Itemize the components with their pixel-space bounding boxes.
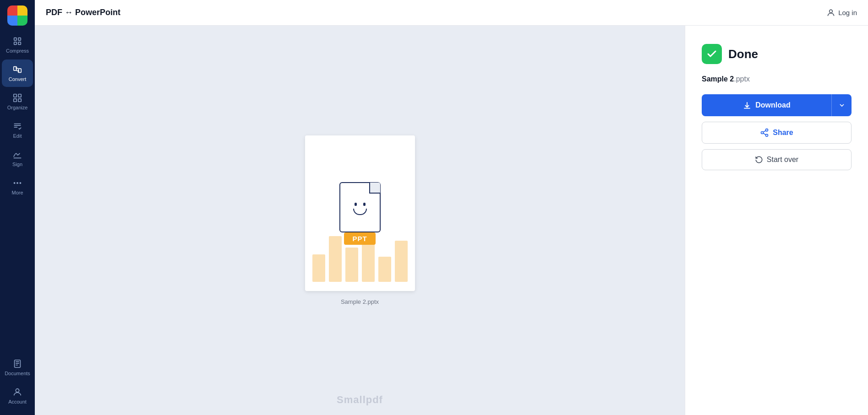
edit-icon <box>12 121 22 131</box>
compress-icon <box>12 36 22 46</box>
ppt-badge: PPT <box>344 232 375 245</box>
svg-rect-3 <box>18 42 21 45</box>
account-icon <box>12 387 22 397</box>
sidebar-item-organize[interactable]: Organize <box>2 88 33 115</box>
sign-label: Sign <box>12 162 22 167</box>
page-title: PDF ↔ PowerPoint <box>46 8 826 17</box>
svg-rect-1 <box>18 38 21 41</box>
file-name-display: Sample 2.pptx <box>702 75 852 83</box>
login-button[interactable]: Log in <box>826 8 857 17</box>
svg-rect-6 <box>14 94 16 97</box>
svg-point-15 <box>830 10 833 13</box>
documents-icon <box>12 359 22 369</box>
header: PDF ↔ PowerPoint Log in <box>35 0 868 26</box>
more-label: More <box>11 190 23 195</box>
watermark: Smallpdf <box>337 394 383 406</box>
logo-quadrant-blue <box>7 16 17 26</box>
sidebar-item-convert[interactable]: Convert <box>2 59 33 87</box>
sidebar-item-documents[interactable]: Documents <box>2 354 33 381</box>
file-eyes <box>355 203 366 206</box>
edit-label: Edit <box>13 133 22 139</box>
checkmark-icon <box>706 49 717 59</box>
logo-quadrant-green <box>17 16 27 26</box>
restart-icon <box>755 156 763 164</box>
done-header: Done <box>702 44 852 64</box>
file-icon: PPT <box>339 182 381 245</box>
app-logo[interactable] <box>7 5 27 26</box>
file-preview-card: PPT <box>305 135 415 291</box>
svg-line-19 <box>763 133 766 135</box>
download-row: Download <box>702 94 852 116</box>
file-eye-right <box>363 203 366 206</box>
convert-label: Convert <box>9 76 27 82</box>
logo-quadrant-yellow <box>17 5 27 16</box>
share-label: Share <box>773 129 793 137</box>
bar-1 <box>312 254 325 282</box>
right-panel: Done Sample 2.pptx Download <box>685 26 868 415</box>
sign-icon <box>12 150 22 160</box>
svg-point-12 <box>20 183 21 183</box>
sidebar: Compress Convert Organize Edit Sign More <box>0 0 35 415</box>
file-preview-label: Sample 2.pptx <box>341 298 379 305</box>
main-wrapper: PDF ↔ PowerPoint Log in <box>35 0 868 415</box>
svg-rect-7 <box>18 94 21 97</box>
user-icon <box>826 8 835 17</box>
file-name-bold: Sample 2 <box>702 75 734 83</box>
sidebar-bottom: Documents Account <box>0 354 35 410</box>
content-area: PPT Sample 2.pptx Smallpdf Done Sample 2… <box>35 26 868 415</box>
bar-5 <box>378 257 391 282</box>
done-check-icon <box>702 44 722 64</box>
file-smile <box>353 209 367 215</box>
svg-rect-0 <box>14 38 17 41</box>
done-title: Done <box>728 47 758 61</box>
organize-icon <box>12 93 22 103</box>
download-label: Download <box>755 101 790 109</box>
svg-rect-13 <box>15 360 21 368</box>
svg-rect-2 <box>14 42 17 45</box>
file-document-shape <box>339 182 381 232</box>
svg-point-18 <box>766 134 768 136</box>
svg-point-16 <box>766 129 768 131</box>
action-buttons: Download Share Start over <box>702 94 852 170</box>
login-label: Log in <box>838 9 857 16</box>
bar-6 <box>395 241 408 282</box>
download-button[interactable]: Download <box>702 94 831 116</box>
svg-rect-8 <box>14 99 16 102</box>
download-chevron-button[interactable] <box>831 94 852 116</box>
bar-3 <box>345 248 358 282</box>
svg-point-10 <box>14 183 15 183</box>
svg-rect-9 <box>18 99 21 102</box>
file-face <box>353 203 367 215</box>
logo-quadrant-red <box>7 5 17 16</box>
preview-area: PPT Sample 2.pptx Smallpdf <box>35 26 685 415</box>
start-over-label: Start over <box>767 156 798 164</box>
organize-label: Organize <box>7 105 28 110</box>
share-button[interactable]: Share <box>702 122 852 144</box>
svg-point-17 <box>761 132 764 134</box>
more-icon <box>12 178 22 188</box>
sidebar-item-sign[interactable]: Sign <box>2 145 33 172</box>
account-label: Account <box>8 399 27 404</box>
sidebar-item-edit[interactable]: Edit <box>2 116 33 144</box>
file-eye-left <box>355 203 357 206</box>
sidebar-item-compress[interactable]: Compress <box>2 31 33 59</box>
svg-point-14 <box>16 389 19 392</box>
start-over-button[interactable]: Start over <box>702 149 852 170</box>
sidebar-nav: Compress Convert Organize Edit Sign More <box>0 31 35 354</box>
convert-icon <box>12 65 22 75</box>
documents-label: Documents <box>5 371 30 376</box>
compress-label: Compress <box>6 48 29 54</box>
chevron-down-icon <box>838 102 846 109</box>
download-icon <box>742 101 752 110</box>
sidebar-item-more[interactable]: More <box>2 173 33 200</box>
svg-line-20 <box>763 130 766 132</box>
file-name-ext: .pptx <box>734 75 750 83</box>
share-icon <box>760 128 769 137</box>
svg-point-11 <box>17 183 18 183</box>
sidebar-item-account[interactable]: Account <box>2 382 33 410</box>
